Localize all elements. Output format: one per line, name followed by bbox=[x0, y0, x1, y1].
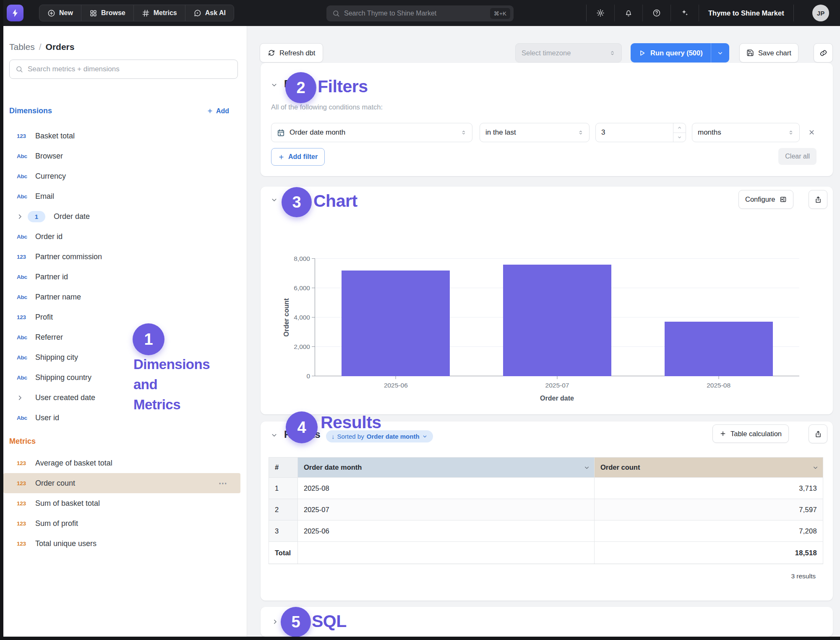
app-logo[interactable] bbox=[7, 5, 23, 21]
sidebar-item-user-id[interactable]: AbcUser id bbox=[3, 408, 247, 428]
filter-operator-select[interactable]: in the last bbox=[480, 123, 590, 142]
count-cell[interactable]: 7,597 bbox=[595, 499, 823, 520]
hash-icon bbox=[142, 9, 150, 17]
run-query-label: Run query (500) bbox=[650, 49, 703, 57]
breadcrumb-current-table: Orders bbox=[46, 42, 75, 52]
bar-2025-06[interactable] bbox=[342, 271, 450, 376]
clear-all-filters-button[interactable]: Clear all bbox=[778, 148, 817, 165]
filter-field-select[interactable]: Order date month bbox=[271, 123, 472, 142]
share-link-button[interactable] bbox=[814, 43, 833, 62]
field-label: Profit bbox=[35, 313, 53, 322]
global-search-input[interactable] bbox=[344, 10, 486, 17]
sidebar-item-order-date[interactable]: 1 Order date bbox=[3, 206, 247, 226]
ai-sparkles-button[interactable] bbox=[671, 5, 699, 21]
filter-unit-select[interactable]: months bbox=[692, 123, 800, 142]
run-query-main[interactable]: Run query (500) bbox=[631, 43, 711, 62]
refresh-dbt-label: Refresh dbt bbox=[279, 49, 315, 57]
sidebar-item-browser[interactable]: AbcBrowser bbox=[3, 146, 247, 166]
nav-new-button[interactable]: New bbox=[39, 5, 81, 21]
column-menu-icon[interactable] bbox=[584, 464, 590, 471]
refresh-dbt-button[interactable]: Refresh dbt bbox=[260, 43, 323, 62]
month-cell[interactable]: 2025-07 bbox=[298, 499, 595, 520]
sidebar-item-currency[interactable]: AbcCurrency bbox=[3, 166, 247, 186]
workspace-name[interactable]: Thyme to Shine Market bbox=[699, 5, 793, 21]
export-results-button[interactable] bbox=[809, 424, 827, 443]
sidebar-item-sum-of-profit[interactable]: 123Sum of profit bbox=[3, 513, 247, 533]
nav-browse-label: Browse bbox=[101, 9, 125, 17]
sidebar-item-partner-commission[interactable]: 123Partner commission bbox=[3, 247, 247, 267]
order-date-month-column-header[interactable]: Order date month bbox=[298, 458, 595, 478]
row-number-cell: 2 bbox=[269, 499, 298, 520]
add-dimension-button[interactable]: Add bbox=[207, 107, 229, 115]
help-button[interactable] bbox=[643, 5, 671, 21]
run-query-button[interactable]: Run query (500) bbox=[631, 43, 729, 62]
month-cell[interactable]: 2025-06 bbox=[298, 520, 595, 542]
sidebar-item-average-of-basket-total[interactable]: 123Average of basket total bbox=[3, 453, 247, 473]
column-menu-icon[interactable] bbox=[812, 464, 819, 471]
bar-2025-08[interactable] bbox=[665, 322, 773, 376]
table-calculation-button[interactable]: Table calculation bbox=[712, 424, 789, 443]
global-search[interactable]: ⌘+K bbox=[326, 5, 514, 21]
stepper-down-button[interactable] bbox=[673, 133, 686, 142]
number-type-icon: 123 bbox=[17, 520, 35, 527]
remove-filter-button[interactable] bbox=[808, 129, 815, 136]
annotation-circle-5: 5 bbox=[281, 607, 311, 637]
sidebar-item-order-count[interactable]: 123 Order count ⋯ bbox=[3, 473, 240, 493]
breadcrumb-tables-link[interactable]: Tables bbox=[9, 42, 35, 52]
bar-2025-07[interactable] bbox=[503, 265, 611, 376]
field-label: Order count bbox=[35, 479, 75, 488]
expand-sql-icon[interactable] bbox=[271, 618, 279, 625]
x-tick-label: 2025-07 bbox=[545, 382, 569, 389]
nav-ask-ai-button[interactable]: Ask AI bbox=[185, 5, 234, 21]
field-label: Total unique users bbox=[35, 539, 97, 548]
nav-browse-button[interactable]: Browse bbox=[81, 5, 134, 21]
order-count-column-header[interactable]: Order count bbox=[595, 458, 823, 478]
collapse-results-icon[interactable] bbox=[271, 432, 278, 439]
field-options-menu[interactable]: ⋯ bbox=[219, 478, 228, 488]
annotation-label-1: Dimensions and Metrics bbox=[133, 354, 210, 415]
total-value-cell: 18,518 bbox=[595, 542, 823, 564]
month-cell[interactable]: 2025-08 bbox=[298, 478, 595, 499]
y-tick-label: 8,000 bbox=[294, 255, 310, 263]
stepper-up-button[interactable] bbox=[673, 123, 686, 133]
sidebar-item-basket-total[interactable]: 123Basket total bbox=[3, 126, 247, 146]
sidebar-item-shipping-city[interactable]: AbcShipping city bbox=[3, 347, 247, 367]
bar-slot bbox=[477, 259, 638, 376]
settings-button[interactable] bbox=[587, 5, 615, 21]
sidebar-item-referrer[interactable]: AbcReferrer bbox=[3, 327, 247, 347]
sidebar-item-sum-of-basket-total[interactable]: 123Sum of basket total bbox=[3, 493, 247, 513]
plus-icon bbox=[720, 430, 726, 437]
filter-value-input[interactable]: 3 bbox=[595, 123, 686, 142]
export-chart-button[interactable] bbox=[809, 190, 827, 209]
sorted-by-field: Order date month bbox=[367, 433, 420, 440]
sidebar-item-partner-name[interactable]: AbcPartner name bbox=[3, 287, 247, 307]
configure-chart-button[interactable]: Configure bbox=[738, 190, 793, 209]
string-type-icon: Abc bbox=[17, 274, 35, 280]
nav-metrics-button[interactable]: Metrics bbox=[134, 5, 185, 21]
notifications-button[interactable] bbox=[615, 5, 643, 21]
sidebar-item-total-unique-users[interactable]: 123Total unique users bbox=[3, 533, 247, 554]
number-stepper bbox=[673, 123, 686, 142]
field-label: Email bbox=[35, 192, 54, 201]
sidebar-item-partner-id[interactable]: AbcPartner id bbox=[3, 267, 247, 287]
run-query-dropdown[interactable] bbox=[711, 43, 729, 62]
sidebar-item-email[interactable]: AbcEmail bbox=[3, 186, 247, 206]
save-chart-button[interactable]: Save chart bbox=[739, 43, 798, 62]
chevron-right-icon[interactable] bbox=[17, 395, 28, 401]
sidebar-item-order-id[interactable]: AbcOrder id bbox=[3, 226, 247, 247]
add-filter-button[interactable]: Add filter bbox=[271, 148, 325, 166]
collapse-filters-icon[interactable] bbox=[271, 81, 278, 88]
fields-search-input[interactable] bbox=[28, 65, 232, 73]
gear-icon bbox=[596, 9, 605, 17]
fields-search[interactable] bbox=[9, 60, 238, 79]
chevron-right-icon[interactable] bbox=[17, 213, 28, 220]
count-cell[interactable]: 3,713 bbox=[595, 478, 823, 499]
collapse-chart-icon[interactable] bbox=[271, 196, 278, 203]
sidebar-item-user-created-date[interactable]: User created date bbox=[3, 388, 247, 408]
count-cell[interactable]: 7,208 bbox=[595, 520, 823, 542]
sidebar-item-profit[interactable]: 123Profit bbox=[3, 307, 247, 327]
user-avatar[interactable]: JP bbox=[812, 5, 829, 21]
selected-count-badge: 1 bbox=[28, 211, 45, 222]
timezone-select[interactable]: Select timezone bbox=[515, 43, 622, 62]
sidebar-item-shipping-country[interactable]: AbcShipping country bbox=[3, 367, 247, 388]
